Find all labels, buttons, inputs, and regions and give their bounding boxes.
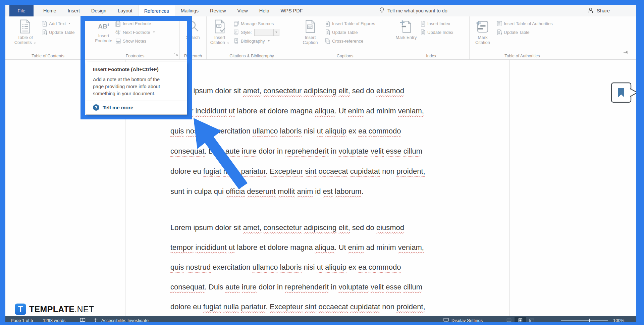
- update-table-icon: [42, 29, 47, 36]
- tooltip-divider: [86, 101, 187, 101]
- frame-bottom: [0, 322, 644, 325]
- zoom-slider[interactable]: [561, 320, 608, 321]
- menu-bar: File HomeInsertDesignLayoutReferencesMai…: [5, 5, 636, 16]
- table-of-authorities-icon: [496, 20, 502, 27]
- tab-references[interactable]: References: [138, 5, 175, 16]
- pointer-arrow-annotation: [181, 111, 255, 195]
- tooltip-title: Insert Footnote (Alt+Ctrl+F): [93, 66, 181, 72]
- bibliography-button[interactable]: Bibliography: [233, 37, 279, 45]
- insert-citation-icon: [213, 19, 226, 34]
- frame-top: [0, 0, 644, 5]
- tab-layout[interactable]: Layout: [112, 5, 138, 16]
- bibliography-icon: [233, 38, 239, 44]
- text-line: dolore eu fugiat nulla pariatur. Excepte…: [170, 297, 492, 317]
- text-line: quis nostrud exercitation ullamco labori…: [170, 257, 492, 277]
- templatenet-watermark: T TEMPLATE.NET: [15, 304, 94, 315]
- group-label: Table of Contents: [12, 54, 84, 58]
- ribbon-group-captions: Insert CaptionInsert Table of FiguresUpd…: [297, 16, 393, 59]
- tab-file[interactable]: File: [9, 5, 34, 16]
- tab-wps-pdf[interactable]: WPS PDF: [275, 5, 309, 16]
- paragraph-2: Lorem ipsum dolor sit amet, consectetur …: [170, 218, 492, 317]
- cross-reference-icon: [325, 38, 330, 44]
- templatenet-badge: T: [15, 304, 26, 315]
- mark-citation-icon: [476, 19, 490, 34]
- text-line: Lorem ipsum dolor sit amet, consectetur …: [170, 218, 492, 237]
- tell-me-more-link[interactable]: ? Tell me more: [93, 104, 133, 111]
- help-question-icon: ?: [93, 104, 99, 111]
- add-text-icon: [42, 20, 47, 27]
- tab-home[interactable]: Home: [38, 5, 62, 16]
- update-table-button[interactable]: Update Table: [325, 28, 375, 37]
- frame-right: [636, 0, 644, 325]
- update-table-icon: [496, 29, 502, 36]
- insert-citation-button[interactable]: Insert Citation: [209, 18, 231, 51]
- mark-citation-button[interactable]: Mark Citation: [472, 18, 494, 51]
- update-table-button[interactable]: Update Table: [496, 28, 553, 37]
- insert-table-of-authorities-button[interactable]: Insert Table of Authorities: [496, 19, 553, 28]
- group-label: Captions: [297, 54, 393, 58]
- tab-help[interactable]: Help: [254, 5, 275, 16]
- table-of-contents-button[interactable]: Table of Contents: [14, 18, 36, 51]
- tell-me-box[interactable]: Tell me what you want to do: [379, 5, 447, 16]
- mark-entry-icon: [399, 19, 413, 34]
- group-label: Citations & Bibliography: [207, 54, 297, 58]
- tell-me-more-label: Tell me more: [103, 105, 133, 110]
- update-table-icon: [325, 29, 330, 36]
- manage-sources-icon: [233, 20, 239, 27]
- share-button[interactable]: Share: [588, 5, 610, 16]
- group-label: Index: [393, 54, 469, 58]
- style--button[interactable]: Style:: [233, 28, 279, 37]
- insert-footnote-tooltip: Insert Footnote (Alt+Ctrl+F) Add a note …: [86, 62, 187, 115]
- ribbon-group-table-of-authorities: Mark CitationInsert Table of Authorities…: [470, 16, 575, 59]
- mark-entry-button[interactable]: Mark Entry: [395, 18, 417, 51]
- tell-me-label: Tell me what you want to do: [387, 8, 447, 13]
- cross-reference-button[interactable]: Cross-reference: [325, 37, 375, 45]
- page-right-edge: [509, 60, 509, 316]
- tab-insert[interactable]: Insert: [62, 5, 86, 16]
- text-line: Lorem ipsum dolor sit amet, consectetur …: [170, 81, 492, 101]
- style-dropdown[interactable]: [254, 29, 279, 36]
- share-person-icon: [588, 7, 594, 14]
- group-label: Table of Authorities: [470, 54, 575, 58]
- ribbon-group-citations-bibliography: Insert Citation Manage SourcesStyle:Bibl…: [207, 16, 297, 59]
- tab-mailings[interactable]: Mailings: [175, 5, 204, 16]
- lightbulb-icon: [379, 7, 384, 15]
- insert-index-icon: [420, 20, 426, 27]
- tab-design[interactable]: Design: [86, 5, 112, 16]
- insert-caption-button[interactable]: Insert Caption: [299, 18, 321, 51]
- templatenet-label: TEMPLATE.NET: [29, 305, 94, 314]
- bookmark-callout[interactable]: [610, 81, 640, 105]
- update-index-button[interactable]: Update Index: [420, 28, 453, 37]
- insert-index-button[interactable]: Insert Index: [420, 19, 453, 28]
- add-text-button[interactable]: Add Text: [42, 19, 74, 28]
- ribbon-group-table-of-contents: Table of Contents Add TextUpdate TableTa…: [12, 16, 84, 59]
- insert-table-of-figures-button[interactable]: Insert Table of Figures: [325, 19, 375, 28]
- ribbon-group-index: Mark EntryInsert IndexUpdate IndexIndex: [393, 16, 470, 59]
- text-line: tempor incididunt ut labore et dolore ma…: [170, 237, 492, 257]
- tab-view[interactable]: View: [232, 5, 254, 16]
- share-label: Share: [597, 8, 610, 13]
- update-table-button[interactable]: Update Table: [42, 28, 74, 37]
- text-line: consequat. Duis aute irure dolor in repr…: [170, 277, 492, 297]
- update-index-icon: [420, 29, 426, 36]
- toc-icon: [18, 19, 33, 34]
- style-icon: [233, 29, 239, 36]
- insert-caption-icon: [304, 19, 317, 34]
- word-application-window: File HomeInsertDesignLayoutReferencesMai…: [0, 0, 644, 325]
- tab-review[interactable]: Review: [204, 5, 232, 16]
- tooltip-body: Add a note at the bottom of the page pro…: [93, 76, 171, 97]
- table-of-figures-icon: [325, 20, 330, 27]
- frame-left: [0, 0, 5, 325]
- manage-sources-button[interactable]: Manage Sources: [233, 19, 279, 28]
- collapse-ribbon-icon[interactable]: [623, 50, 629, 56]
- menu-tabs: HomeInsertDesignLayoutReferencesMailings…: [38, 5, 309, 16]
